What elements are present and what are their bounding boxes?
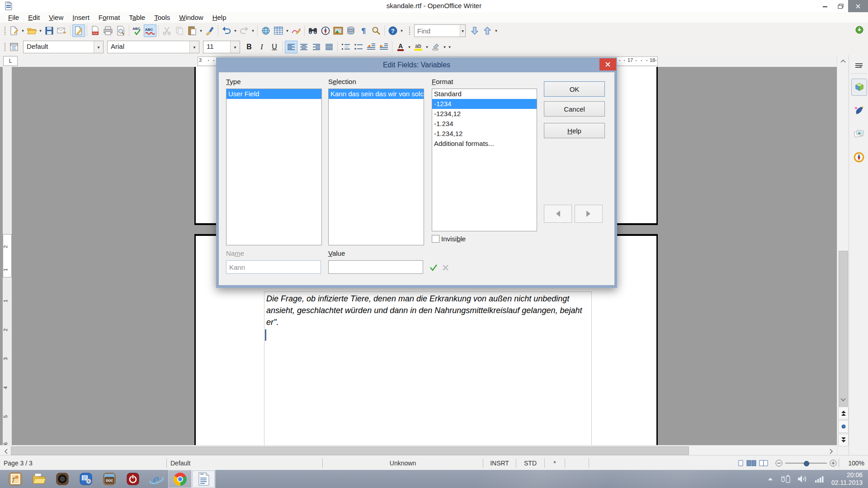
format-paintbrush-button[interactable]	[203, 24, 216, 37]
zoom-slider-thumb[interactable]	[804, 461, 809, 466]
new-document-button[interactable]	[8, 24, 20, 37]
taskbar-internet-explorer-button[interactable]: e	[145, 470, 168, 488]
list-item[interactable]: Kann das sein das wir von solch	[329, 89, 424, 99]
book-view-icon[interactable]	[759, 460, 768, 467]
toolbar-grip[interactable]	[3, 26, 6, 36]
vertical-ruler[interactable]: 2 1 1 2 3 4 5 6	[3, 67, 12, 445]
menu-help[interactable]: Help	[208, 13, 231, 22]
font-name-combobox[interactable]: Arial ▾	[107, 41, 199, 53]
formatting-overflow-arrow[interactable]: ▾	[447, 45, 452, 49]
menu-file[interactable]: File	[4, 13, 24, 22]
type-listbox[interactable]: User Field	[226, 89, 322, 245]
update-notification-icon[interactable]	[855, 26, 863, 36]
sidebar-tab-properties[interactable]	[851, 79, 867, 96]
zoom-in-icon[interactable]	[830, 460, 837, 467]
undo-button[interactable]	[220, 24, 233, 37]
navigator-button[interactable]	[319, 24, 332, 37]
auto-spellcheck-button[interactable]: ABC	[144, 24, 156, 37]
find-dropdown-arrow[interactable]: ▾	[460, 25, 465, 37]
print-button[interactable]	[102, 24, 114, 37]
highlighting-button[interactable]: ab	[412, 41, 425, 53]
taskbar-file-explorer-button[interactable]	[27, 470, 51, 488]
taskbar-photos-button[interactable]	[4, 470, 27, 488]
highlighting-dropdown-arrow[interactable]: ▾	[425, 45, 429, 49]
increase-indent-button[interactable]	[377, 41, 390, 53]
background-color-dropdown-arrow[interactable]: ▾	[442, 45, 447, 49]
styles-formatting-button[interactable]	[8, 41, 20, 53]
previous-page-button[interactable]	[838, 407, 849, 419]
background-color-button[interactable]	[429, 41, 442, 53]
invisible-checkbox[interactable]	[432, 235, 439, 243]
italic-button[interactable]: I	[255, 41, 268, 53]
list-item[interactable]: Standard	[432, 89, 537, 99]
help-button[interactable]: ?	[387, 24, 399, 37]
page-preview-button[interactable]	[114, 24, 127, 37]
status-page-number[interactable]: Page 3 / 3	[0, 455, 166, 470]
decrease-indent-button[interactable]	[365, 41, 377, 53]
sidebar-menu-button[interactable]	[851, 58, 866, 74]
underline-button[interactable]: U	[268, 41, 281, 53]
status-selection-mode[interactable]: STD	[516, 455, 544, 470]
list-item[interactable]: -1234,12	[432, 109, 537, 119]
bold-button[interactable]: B	[243, 41, 255, 53]
document-text[interactable]: Die Frage, ob infizierte Tiere, denen ma…	[266, 293, 592, 328]
format-listbox[interactable]: Standard -1234 -1234,12 -1.234 -1.234,12…	[432, 89, 537, 231]
ok-button[interactable]: OK	[544, 81, 605, 97]
cancel-button[interactable]: Cancel	[544, 101, 605, 117]
taskbar-settings-button[interactable]	[74, 470, 98, 488]
align-left-button[interactable]	[285, 41, 297, 53]
open-button[interactable]	[25, 24, 38, 37]
scroll-right-button[interactable]	[826, 446, 836, 456]
hyperlink-button[interactable]	[259, 24, 272, 37]
zoom-percentage[interactable]: 100%	[839, 455, 868, 470]
help-button[interactable]: Help	[544, 123, 605, 138]
selection-listbox[interactable]: Kann das sein das wir von solch	[328, 89, 424, 245]
find-replace-button[interactable]	[307, 24, 319, 37]
tab-stop-selector[interactable]: L	[3, 56, 18, 66]
find-previous-button[interactable]	[481, 24, 494, 37]
zoom-slider[interactable]	[785, 463, 827, 464]
find-next-button[interactable]	[468, 24, 481, 37]
horizontal-scrollbar[interactable]	[0, 445, 837, 455]
menu-table[interactable]: Table	[124, 13, 150, 22]
list-item[interactable]: -1.234	[432, 119, 537, 129]
scroll-down-button[interactable]	[838, 395, 848, 404]
value-input[interactable]	[328, 260, 423, 274]
show-draw-functions-button[interactable]	[290, 24, 302, 37]
status-modified-flag[interactable]: *	[545, 455, 565, 470]
findbar-overflow-arrow[interactable]: ▾	[494, 28, 499, 33]
scroll-left-button[interactable]	[1, 446, 10, 456]
new-dropdown-arrow[interactable]: ▾	[20, 28, 25, 33]
gallery-button[interactable]	[332, 24, 344, 37]
style-dropdown-arrow[interactable]: ▾	[94, 41, 103, 53]
menu-view[interactable]: View	[44, 13, 68, 22]
network-signal-icon[interactable]	[815, 474, 825, 483]
menu-window[interactable]: Window	[175, 13, 208, 22]
maximize-button[interactable]	[833, 0, 848, 12]
sidebar-tab-styles[interactable]	[851, 102, 866, 118]
zoom-button[interactable]	[370, 24, 382, 37]
taskbar-doc-folder-button[interactable]: DOC	[98, 470, 121, 488]
status-signature-cell[interactable]	[565, 455, 589, 470]
list-item[interactable]: -1234	[432, 99, 537, 109]
paste-button[interactable]	[186, 24, 198, 37]
vertical-scrollbar[interactable]	[837, 55, 849, 455]
font-size-combobox[interactable]: 11 ▾	[203, 41, 240, 53]
edit-file-button[interactable]	[72, 24, 85, 37]
minimize-button[interactable]	[817, 0, 833, 12]
taskbar-chrome-button[interactable]	[168, 470, 192, 488]
status-page-style[interactable]: Default	[167, 455, 322, 470]
size-dropdown-arrow[interactable]: ▾	[230, 41, 240, 53]
formatting-marks-button[interactable]: ¶	[357, 24, 370, 37]
vertical-scroll-thumb[interactable]	[839, 251, 848, 408]
align-right-button[interactable]	[310, 41, 323, 53]
battery-icon[interactable]	[780, 474, 790, 484]
taskbar-clock[interactable]: 20:06 02.11.2013	[831, 471, 863, 487]
findbar-grip[interactable]	[408, 26, 411, 36]
apply-button[interactable]	[429, 263, 438, 272]
paragraph-style-combobox[interactable]: Default ▾	[23, 41, 104, 53]
paste-dropdown-arrow[interactable]: ▾	[198, 28, 203, 33]
numbered-list-button[interactable]	[340, 41, 352, 53]
taskbar-writer-button[interactable]	[192, 470, 215, 488]
taskbar-power-button[interactable]	[121, 470, 145, 488]
